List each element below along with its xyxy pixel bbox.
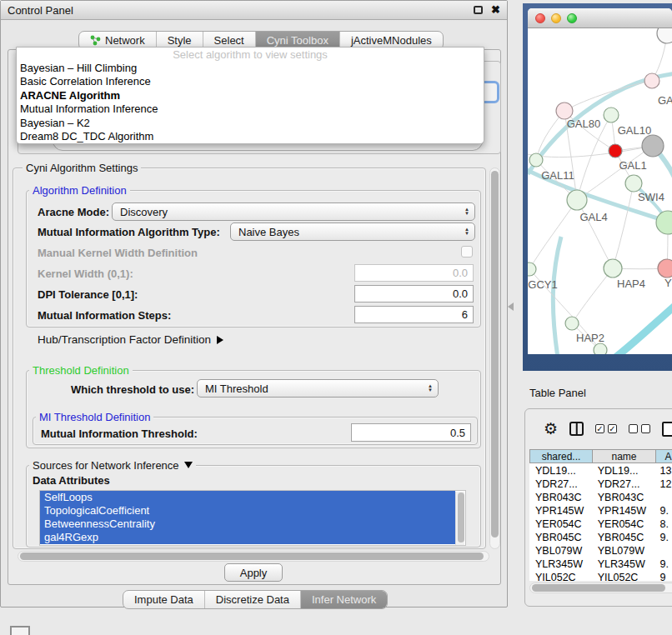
algorithm-option[interactable]: Bayesian – Hill Climbing (17, 62, 484, 75)
zoom-traffic-icon[interactable] (567, 13, 577, 23)
stepper-arrows-icon: ▲▼ (464, 208, 469, 216)
attribute-item[interactable]: TopologicalCoefficient (40, 504, 455, 518)
attributes-scrollbar[interactable] (455, 492, 464, 545)
network-node[interactable] (529, 153, 543, 167)
attribute-item[interactable]: SelfLoops (40, 491, 455, 504)
network-node[interactable] (656, 211, 672, 234)
sources-group-title[interactable]: Sources for Network Inference (29, 459, 196, 472)
algorithm-option[interactable]: Dream8 DC_TDC Algorithm (17, 130, 484, 143)
hub-definition-label: Hub/Transcription Factor Definition (38, 333, 211, 346)
algorithm-option[interactable]: Bayesian – K2 (17, 117, 484, 130)
panel-title: Control Panel (8, 4, 73, 17)
network-node[interactable] (604, 259, 622, 278)
network-node[interactable] (565, 317, 579, 330)
network-node[interactable] (567, 190, 587, 210)
aracne-mode-combobox[interactable]: Discovery ▲▼ (112, 202, 475, 221)
dpi-tolerance-field[interactable]: 0.0 (354, 285, 474, 302)
table-toolbar: ⚙ ✓✓ (525, 409, 672, 448)
node-label: GCY1 (528, 278, 557, 291)
threshold-definition-title: Threshold Definition (29, 364, 133, 377)
column-layout-icon[interactable] (569, 422, 584, 436)
select-all-icon[interactable]: ✓✓ (595, 424, 617, 433)
table-row[interactable]: YER054CYER054C8. (529, 518, 672, 531)
settings-horizontal-scrollbar[interactable] (18, 551, 489, 562)
network-canvas[interactable]: GALGAL80GAL10GAL11GAL1SWI4GAL4GCY1HAP4YH… (528, 28, 672, 354)
table-horizontal-scrollbar[interactable] (529, 582, 672, 593)
table-cell: YLR345W (529, 558, 592, 571)
tab-discretize-data[interactable]: Discretize Data (204, 591, 300, 608)
network-node[interactable] (657, 28, 672, 43)
attribute-item[interactable]: gal4RGexp (40, 531, 455, 544)
network-node[interactable] (642, 135, 664, 157)
table-cell: 8. (654, 518, 672, 531)
table-row[interactable]: YLR345WYLR345W9. (529, 558, 672, 571)
table-cell: YPR145W (529, 504, 592, 518)
control-panel-window: Control Panel ✖ NetworkStyleSelectCyni T… (0, 0, 508, 608)
table-cell (654, 491, 672, 504)
column-header[interactable]: A (656, 449, 672, 463)
table-cell: 9. (654, 531, 672, 544)
table-row[interactable]: YBL079WYBL079W (529, 544, 672, 558)
network-node[interactable] (594, 343, 607, 354)
node-table[interactable]: shared...nameA YDL19...YDL19...13YDR27..… (529, 449, 672, 581)
attribute-item[interactable]: BetweennessCentrality (40, 518, 455, 531)
network-node[interactable] (604, 108, 619, 122)
gear-icon[interactable]: ⚙ (544, 421, 558, 437)
apply-button[interactable]: Apply (224, 563, 283, 582)
algorithm-option[interactable]: Basic Correlation Inference (17, 75, 484, 88)
which-threshold-combobox[interactable]: MI Threshold ▲▼ (197, 379, 439, 398)
hub-definition-toggle[interactable]: Hub/Transcription Factor Definition (38, 333, 223, 346)
network-node[interactable] (609, 144, 622, 158)
float-window-icon[interactable] (474, 6, 483, 14)
algorithm-definition-title: Algorithm Definition (29, 184, 130, 197)
manual-kernel-checkbox[interactable] (461, 246, 473, 258)
node-label: GAL (658, 94, 672, 107)
table-row[interactable]: YDR27...YDR27...12 (529, 478, 672, 491)
data-attributes-label: Data Attributes (33, 474, 110, 487)
network-node[interactable] (556, 102, 573, 119)
table-cell: YBR045C (592, 531, 654, 544)
algorithm-option[interactable]: Mutual Information Inference (17, 102, 484, 116)
cyni-mode-tabs: Impute DataDiscretize DataInfer Network (123, 590, 388, 609)
close-traffic-icon[interactable] (535, 13, 545, 23)
export-table-icon[interactable] (662, 422, 672, 437)
mi-threshold-field[interactable]: 0.5 (351, 423, 471, 442)
mi-type-combobox[interactable]: Naive Bayes ▲▼ (230, 222, 475, 241)
node-label: GAL11 (541, 169, 574, 182)
splitter-collapse-icon[interactable] (508, 302, 514, 311)
table-row[interactable]: YBR045CYBR045C9. (529, 531, 672, 544)
table-row[interactable]: YPR145WYPR145W9. (529, 504, 672, 518)
settings-group-title: Cyni Algorithm Settings (23, 162, 141, 174)
data-attributes-list[interactable]: SelfLoopsTopologicalCoefficientBetweenne… (39, 490, 466, 546)
table-row[interactable]: YBR043CYBR043C (529, 491, 672, 504)
network-node[interactable] (658, 259, 672, 278)
column-header[interactable]: name (593, 449, 656, 463)
network-view-window[interactable]: GALGAL80GAL10GAL11GAL1SWI4GAL4GCY1HAP4YH… (528, 8, 672, 354)
node-label: HAP4 (617, 278, 645, 290)
minimize-traffic-icon[interactable] (551, 13, 561, 23)
table-row[interactable]: YDL19...YDL19...13 (529, 464, 672, 478)
settings-vertical-scrollbar[interactable] (489, 168, 500, 549)
tab-label: Discretize Data (216, 591, 289, 608)
expand-arrow-icon (217, 336, 223, 344)
kernel-width-value: 0.0 (453, 267, 468, 279)
table-cell: YDR27... (592, 478, 654, 491)
network-node[interactable] (528, 262, 536, 276)
table-cell: 9 (654, 571, 672, 581)
table-row[interactable]: YIL052CYIL052C9 (529, 571, 672, 581)
aracne-mode-value: Discovery (120, 206, 168, 218)
network-node[interactable] (644, 73, 659, 88)
tab-impute-data[interactable]: Impute Data (123, 591, 204, 608)
network-node[interactable] (625, 175, 642, 192)
kernel-width-field[interactable]: 0.0 (354, 264, 474, 282)
table-cell: 9. (654, 558, 672, 571)
algorithm-option[interactable]: ARACNE Algorithm (17, 89, 484, 102)
deselect-all-icon[interactable] (629, 424, 650, 433)
table-panel-title: Table Panel (529, 387, 586, 399)
tab-infer-network[interactable]: Infer Network (300, 591, 387, 608)
minimized-palette-icon[interactable] (10, 626, 30, 635)
close-icon[interactable]: ✖ (491, 6, 500, 14)
column-header[interactable]: shared... (529, 449, 593, 463)
mi-steps-field[interactable]: 6 (354, 306, 474, 323)
manual-kernel-label: Manual Kernel Width Definition (38, 247, 198, 259)
